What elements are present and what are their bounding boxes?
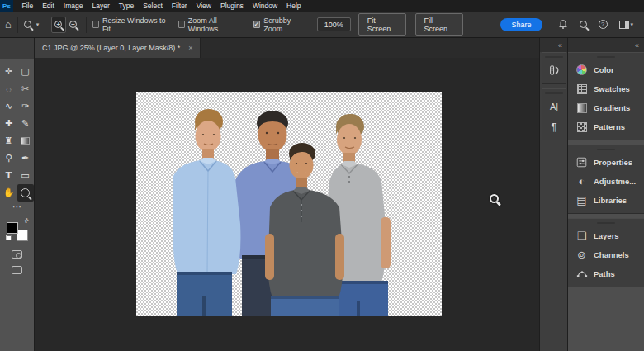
crop-icon: ✂ xyxy=(21,83,29,94)
panel-button-character[interactable]: A| xyxy=(543,97,565,116)
screen-mode-icon[interactable] xyxy=(12,266,22,274)
document-image[interactable] xyxy=(136,92,442,316)
zoom-icon xyxy=(21,188,30,197)
move-tool[interactable]: ✛ xyxy=(1,63,17,80)
lasso-icon: ∿ xyxy=(5,101,12,111)
menu-view[interactable]: View xyxy=(192,0,215,12)
zoom-all-windows-checkbox[interactable]: Zoom All Windows xyxy=(178,17,241,33)
zoom-tool[interactable] xyxy=(17,184,34,202)
marquee-icon: ▢ xyxy=(21,66,29,77)
zoom-tool-preset[interactable]: ▾ xyxy=(24,21,40,28)
document-area: C1.JPG @ 25% (Layer 0, Layer Mask/8) * × xyxy=(35,38,539,351)
paragraph-icon: ¶ xyxy=(552,121,557,133)
help-icon[interactable]: ? xyxy=(599,20,608,29)
panel-button-paths[interactable]: Paths xyxy=(568,264,644,283)
panel-button-adjustments[interactable]: ◐ Adjustme... xyxy=(568,172,644,191)
zoom-out-button[interactable]: − xyxy=(66,17,80,33)
chevron-down-icon: ▾ xyxy=(36,21,40,28)
collapsed-panel-dock: « A| ¶ xyxy=(539,38,567,351)
panel-group-color: Color Swatches Gradients Patterns xyxy=(568,52,644,140)
eyedropper-tool[interactable]: ✑ xyxy=(17,97,34,115)
menu-image[interactable]: Image xyxy=(59,0,88,12)
checkbox-box[interactable]: ✓ xyxy=(253,21,261,28)
shape-tool[interactable]: ▭ xyxy=(17,167,34,184)
search-icon[interactable] xyxy=(580,21,587,28)
resize-windows-checkbox[interactable]: Resize Windows to Fit xyxy=(92,17,166,33)
pen-tool[interactable]: ✒ xyxy=(17,149,34,167)
menu-type[interactable]: Type xyxy=(114,0,138,12)
canvas[interactable] xyxy=(35,58,539,351)
spot-healing-brush-tool[interactable]: ✚ xyxy=(1,115,17,132)
document-tab[interactable]: C1.JPG @ 25% (Layer 0, Layer Mask/8) * × xyxy=(35,38,201,58)
brush-tool[interactable]: ✎ xyxy=(17,115,34,132)
panel-button-gradients[interactable]: Gradients xyxy=(568,98,644,117)
checkbox-label: Scrubby Zoom xyxy=(263,17,305,33)
menu-plugins[interactable]: Plugins xyxy=(215,0,248,12)
panel-button-properties[interactable]: Properties xyxy=(568,153,644,172)
crop-tool[interactable]: ✂ xyxy=(17,80,34,97)
type-tool[interactable]: T xyxy=(1,167,17,184)
zoom-in-button[interactable]: + xyxy=(51,17,66,33)
panel-button-color[interactable]: Color xyxy=(568,60,644,79)
menu-file[interactable]: File xyxy=(17,0,38,12)
drag-handle[interactable] xyxy=(597,222,615,224)
default-colors-icon[interactable] xyxy=(6,235,12,240)
lasso-tool[interactable]: ∿ xyxy=(1,97,17,115)
quick-mask-icon[interactable] xyxy=(12,250,22,259)
home-icon[interactable]: ⌂ xyxy=(5,19,12,30)
drag-handle[interactable] xyxy=(545,92,563,94)
panel-button-layers[interactable]: ❏ Layers xyxy=(568,226,644,245)
pen-icon: ✒ xyxy=(21,153,29,164)
menu-edit[interactable]: Edit xyxy=(38,0,59,12)
panel-group-layers: ❏ Layers ⊚ Channels xyxy=(568,218,644,287)
photoshop-logo[interactable]: Ps xyxy=(0,0,13,12)
drag-handle[interactable] xyxy=(545,56,563,58)
fit-screen-button[interactable]: Fit Screen xyxy=(358,13,406,36)
rectangular-marquee-tool[interactable]: ▢ xyxy=(17,63,34,80)
gradient-tool[interactable] xyxy=(17,132,34,149)
panel-button-history[interactable] xyxy=(543,60,565,80)
drag-handle[interactable] xyxy=(597,56,615,58)
checkbox-box[interactable] xyxy=(92,21,99,28)
panel-button-swatches[interactable]: Swatches xyxy=(568,79,644,98)
hand-tool[interactable]: ✋ xyxy=(1,184,17,202)
menu-select[interactable]: Select xyxy=(139,0,168,12)
edit-toolbar-icon[interactable]: ⋯ xyxy=(12,202,21,213)
document-tab-title: C1.JPG @ 25% (Layer 0, Layer Mask/8) * xyxy=(42,44,180,52)
workspace-switcher[interactable]: ▾ xyxy=(619,21,634,29)
background-color-swatch[interactable] xyxy=(17,230,28,241)
panel-button-channels[interactable]: ⊚ Channels xyxy=(568,245,644,264)
chevron-down-icon: ▾ xyxy=(631,21,634,28)
panel-button-patterns[interactable]: Patterns xyxy=(568,117,644,136)
family-photo-cutout xyxy=(136,92,442,316)
foreground-color-swatch[interactable] xyxy=(7,222,18,234)
menu-layer[interactable]: Layer xyxy=(88,0,114,12)
checkbox-box[interactable] xyxy=(178,21,185,28)
tools-panel: ✛ ▢ ◌ ✂ ∿ ✑ ✚ ✎ ♜ ⚲ ✒ T ▭ ✋ ⋯ ⇄ xyxy=(0,38,35,351)
share-button[interactable]: Share xyxy=(500,18,542,31)
menu-help[interactable]: Help xyxy=(282,0,305,12)
fill-screen-button[interactable]: Fill Screen xyxy=(415,13,464,36)
dock-collapse-header[interactable]: « xyxy=(540,38,567,52)
zoom-level-field[interactable]: 100% xyxy=(317,17,351,31)
panel-button-libraries[interactable]: ▤ Libraries xyxy=(568,191,644,210)
menu-filter[interactable]: Filter xyxy=(167,0,192,12)
person-left-teen xyxy=(173,109,240,316)
dock-collapse-header[interactable]: « xyxy=(568,38,644,52)
close-icon[interactable]: × xyxy=(188,44,192,52)
shape-icon: ▭ xyxy=(21,170,29,181)
collapse-arrows-icon: « xyxy=(635,41,639,50)
panel-button-paragraph[interactable]: ¶ xyxy=(543,116,565,136)
workspace: ✛ ▢ ◌ ✂ ∿ ✑ ✚ ✎ ♜ ⚲ ✒ T ▭ ✋ ⋯ ⇄ xyxy=(0,38,644,351)
gradient-icon xyxy=(577,103,587,113)
menu-window[interactable]: Window xyxy=(248,0,282,12)
swap-colors-icon[interactable]: ⇄ xyxy=(22,216,31,225)
drag-handle[interactable] xyxy=(597,149,615,150)
scrubby-zoom-checkbox[interactable]: ✓ Scrubby Zoom xyxy=(253,17,305,33)
history-icon xyxy=(548,64,560,76)
clone-stamp-tool[interactable]: ♜ xyxy=(1,132,17,149)
dodge-tool[interactable]: ⚲ xyxy=(1,149,17,167)
checkbox-label: Zoom All Windows xyxy=(188,17,241,33)
quick-selection-tool[interactable]: ◌ xyxy=(1,80,17,97)
notifications-bell-icon[interactable] xyxy=(558,19,568,30)
